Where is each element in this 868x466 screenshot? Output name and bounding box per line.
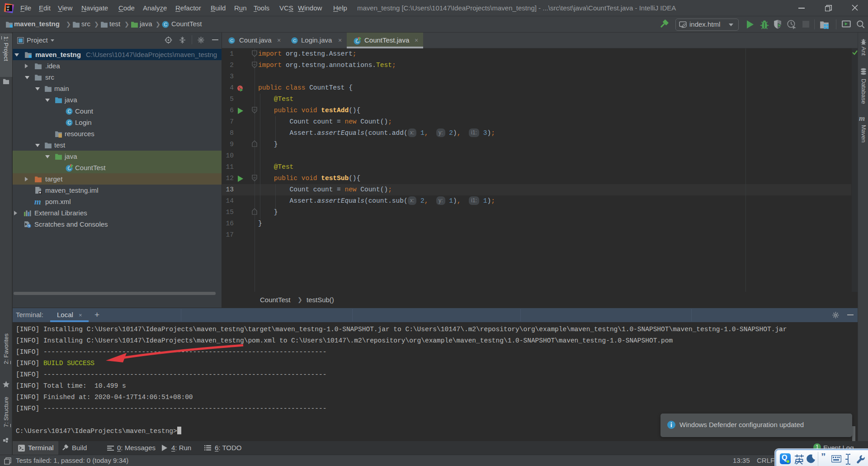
svg-text:C: C	[293, 38, 296, 43]
svg-text:C: C	[68, 109, 71, 114]
svg-text:C: C	[164, 22, 168, 27]
svg-text:C: C	[68, 120, 71, 125]
svg-text:C: C	[230, 38, 233, 43]
svg-text:IJ: IJ	[7, 5, 9, 9]
